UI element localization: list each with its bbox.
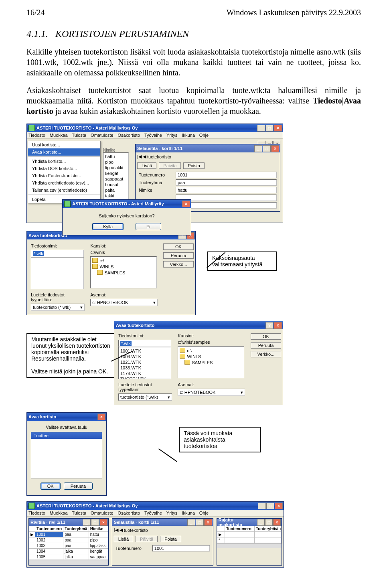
list-selected[interactable]: Tuotteet [31,432,102,439]
menu-tyovaihe[interactable]: Työvaihe [144,511,162,515]
pane-max[interactable]: □ [196,519,204,526]
menu-tulosta[interactable]: Tulosta [72,133,86,138]
file-item[interactable]: 1035.WTK [120,365,170,371]
nav-prev[interactable]: ◀ [143,154,146,159]
col-tuotenumero[interactable]: Tuotenumero [225,526,254,532]
list-item[interactable]: hattu [104,154,128,159]
filename-input[interactable]: *.wtk [118,340,171,347]
menu-osakortisto[interactable]: Osakortisto [118,133,140,138]
col-tuoteryhma[interactable]: Tuoteryhmä [63,526,89,532]
file-item[interactable]: 1178.WTK [120,371,170,376]
menu-yritys[interactable]: Yritys [166,511,178,515]
nav-prev[interactable]: ◀ [120,527,123,533]
file-item[interactable]: TUOTE.WTK [120,376,170,379]
menu-ikkuna[interactable]: Ikkuna [182,511,195,515]
list-item[interactable]: housut [104,182,128,187]
h-scrollbar[interactable] [29,560,108,565]
pane-min[interactable]: _ [83,519,91,526]
menu-yritys[interactable]: Yritys [166,133,178,138]
ok-button[interactable]: OK [251,333,281,340]
file-types-combo[interactable]: tuotekortisto (*.wtk)▾ [31,304,85,311]
minimize-button[interactable]: _ [257,125,265,132]
menu-item-yhdista-easten[interactable]: Yhdistä Easten-kortisto... [28,172,100,179]
confirm-yes-button[interactable]: Kyllä [92,223,124,230]
grid-cell[interactable]: kengät [89,549,108,554]
folder-listbox[interactable]: c:\ WINLS SAMPLES [90,256,157,288]
cancel-button[interactable]: Peruuta [163,252,194,259]
drives-combo[interactable]: c: HPNOTEBOOK▾ [90,299,158,306]
folder-listbox[interactable]: c:\ WINLS SAMPLES [178,346,244,378]
maximize-button[interactable]: □ [265,125,274,132]
menubar[interactable]: Tiedosto Muokkaa Tulosta Omatuloste Osak… [27,510,284,517]
menu-ikkuna[interactable]: Ikkuna [182,133,195,138]
ok-button[interactable]: OK [41,483,61,490]
rivitila-grid[interactable]: Tuotenumero Tuoteryhmä Nimike ▶1001paaha… [29,526,108,560]
menu-item-yhdista[interactable]: Yhdistä kortisto... [28,158,100,165]
pane-min[interactable]: _ [257,519,265,526]
file-item[interactable]: 1003.WTK [120,354,170,359]
menubar[interactable]: Tiedosto Muokkaa Tulosta Omatuloste Osak… [27,132,283,139]
nav-first[interactable]: |◀ [137,154,142,159]
h-scrollbar[interactable] [217,543,282,548]
grid-cell[interactable]: 1002 [35,537,63,543]
field-tuotenumero[interactable]: 1001 [176,172,277,178]
folder-item[interactable]: WINLS [179,353,243,359]
close-button[interactable]: × [275,503,283,509]
confirm-no-button[interactable]: Ei [136,223,161,230]
menu-muokkaa[interactable]: Muokkaa [50,511,68,515]
menu-ohje[interactable]: Ohje [199,511,209,515]
drives-combo[interactable]: c: HPNOTEBOOK▾ [178,389,245,396]
menu-omatuloste[interactable]: Omatuloste [91,133,113,138]
menu-tyovaihe[interactable]: Työvaihe [144,133,162,138]
osakortisto-grid[interactable]: Tuotenumero Tuoteryhmä ▶ * [217,526,282,543]
card-min[interactable]: _ [254,145,262,152]
grid-cell[interactable]: 1004 [35,549,63,554]
add-button[interactable]: Lisää [137,162,156,169]
network-button[interactable]: Verkko... [251,351,281,357]
table-listbox[interactable]: Tuotteet [31,432,102,479]
card-max[interactable]: □ [263,145,271,152]
field-tuotenumero[interactable]: 1001 [152,545,210,552]
list-item[interactable]: takki [104,193,128,199]
grid-cell[interactable]: jalka [63,554,89,560]
col-nimike[interactable]: Nimike [89,526,108,532]
list-item[interactable]: paita [104,187,128,193]
pane-close[interactable]: × [204,519,212,526]
col-tuotenumero[interactable]: Tuotenumero [35,526,63,532]
cancel-button[interactable]: Peruuta [64,483,93,490]
network-button[interactable]: Verkko... [163,261,194,268]
help-button[interactable]: ? [265,322,274,329]
file-item[interactable]: 1021.WTK [120,359,170,365]
filename-input[interactable]: *.wtk [31,250,84,257]
pane-max[interactable]: □ [265,519,273,526]
grid-cell[interactable]: pipo [89,537,108,543]
folder-item[interactable]: c:\ [179,347,243,353]
list-item[interactable]: pipo [104,159,128,165]
list-item[interactable]: kengät [104,170,128,176]
grid-cell[interactable]: 1001 [35,532,63,537]
file-menu-dropdown[interactable]: Uusi kortisto... Avaa kortisto... Yhdist… [28,141,101,203]
grid-cell[interactable]: 1005 [35,554,63,560]
grid-cell[interactable]: 1003 [35,543,63,549]
folder-item[interactable]: SAMPLES [96,270,156,276]
grid-cell[interactable]: paa [63,537,89,543]
menu-tiedosto[interactable]: Tiedosto [28,511,45,515]
product-name-list[interactable]: hattu pipo lippalakki kengät saappaat ho… [103,152,129,207]
close-button[interactable]: × [274,125,282,132]
grid-cell[interactable]: paa [63,543,89,549]
delete-button[interactable]: Poista [160,536,181,542]
close-button[interactable]: × [274,322,282,329]
grid-cell[interactable]: hattu [89,532,108,537]
pane-max[interactable]: □ [91,519,99,526]
field-tuoteryhma[interactable]: paa [176,179,277,186]
list-item[interactable]: saappaat [104,176,128,182]
nav-first[interactable]: |◀ [114,527,118,533]
confirm-close[interactable]: × [182,201,190,207]
file-types-combo[interactable]: tuotekortisto (*.wtk)▾ [118,393,172,401]
folder-item[interactable]: WINLS [91,264,156,270]
close-button[interactable]: × [97,414,105,420]
field-nimike[interactable]: hattu [176,187,277,193]
menu-muokkaa[interactable]: Muokkaa [50,133,68,138]
delete-button[interactable]: Poista [183,162,205,169]
edit-button[interactable]: Päivitä [159,162,181,169]
